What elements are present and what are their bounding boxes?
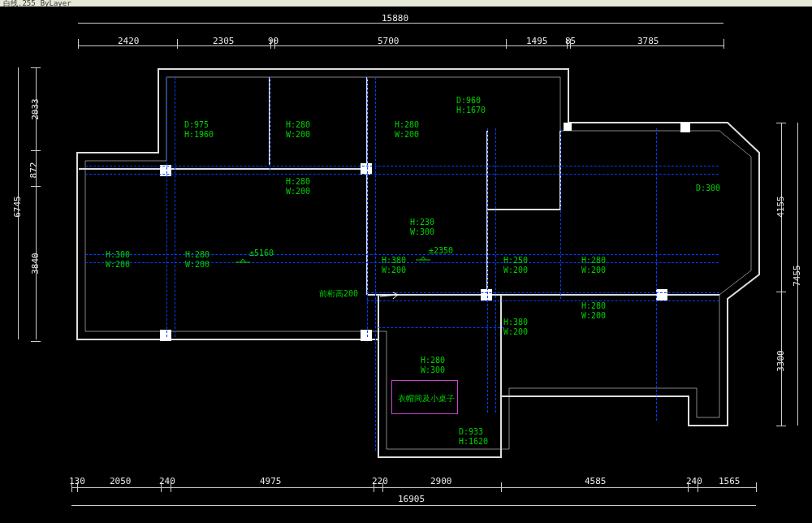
arrow-icon [378, 291, 403, 302]
beam-note: D:975H:1960 [184, 120, 214, 139]
beam-note: H:280W:200 [581, 256, 606, 274]
level-icon [416, 256, 430, 264]
beam-note: H:380W:200 [503, 318, 528, 336]
beam-note: D:960H:1670 [456, 96, 486, 115]
level-marker: ±2350 [429, 246, 453, 255]
beam-note: H:230W:300 [410, 218, 434, 236]
pillar [361, 330, 372, 341]
beam-note: H:300W:200 [106, 250, 130, 269]
pillar [656, 289, 667, 300]
furniture-label: 衣帽间及小桌子 [398, 393, 455, 404]
level-marker: ±5160 [249, 249, 274, 257]
beam-note: H:280W:200 [286, 120, 310, 139]
pillar [680, 123, 690, 132]
beam-note: D:300 [696, 184, 720, 193]
beam-note: H:380W:200 [382, 256, 406, 274]
beam-note: H:250W:200 [503, 256, 528, 274]
beam-note: 前桁高200 [319, 289, 358, 299]
beam-note: H:280W:200 [581, 301, 606, 320]
beam-note: H:280W:200 [395, 120, 419, 139]
beam-note: H:280W:300 [421, 356, 445, 374]
pillar [481, 289, 492, 300]
pillar [160, 330, 171, 341]
pillar [564, 123, 572, 131]
beam-note: D:933H:1620 [459, 427, 488, 446]
beam-note: H:280W:200 [185, 250, 209, 269]
level-icon [235, 258, 250, 266]
toolbar: 白线.255 ByLayer [0, 0, 812, 6]
drawing-canvas[interactable]: 15880 2420 2305 90 5700 1495 85 3785 169… [0, 6, 812, 523]
beam-note: H:280W:200 [286, 177, 310, 196]
